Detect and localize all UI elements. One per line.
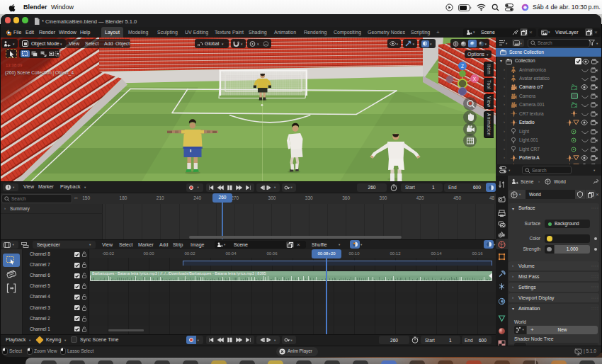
svg-text:Z: Z: [461, 64, 464, 69]
svg-text:X: X: [473, 76, 477, 81]
